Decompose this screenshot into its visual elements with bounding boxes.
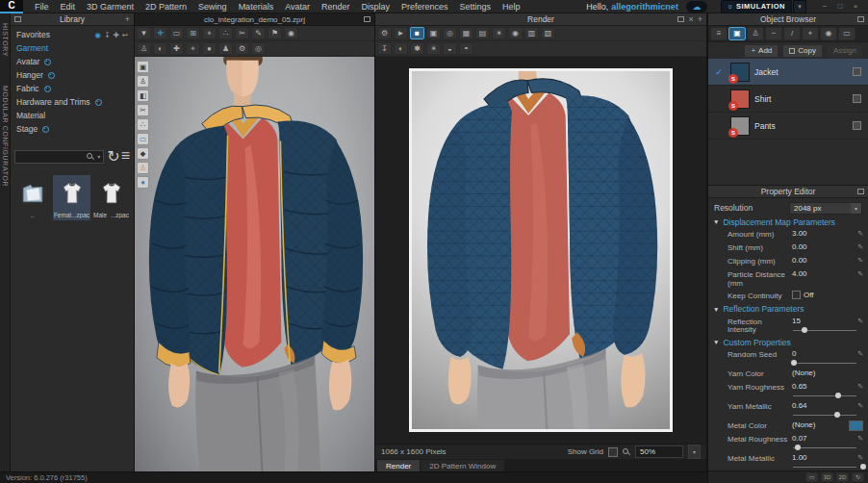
property-slider[interactable] — [792, 393, 863, 399]
library-item[interactable]: Hardware and Trims — [11, 95, 134, 109]
popout-icon[interactable] — [857, 189, 864, 194]
list-view-icon[interactable]: ≡ — [121, 147, 130, 165]
edit-expression-icon[interactable]: ✎ — [857, 318, 863, 325]
new-tab-icon[interactable]: + — [698, 14, 702, 24]
save-image-icon[interactable]: ↧ — [377, 42, 392, 55]
show-avatar-skin-icon[interactable]: ♙ — [137, 162, 149, 174]
trim-tab-icon[interactable]: ⌖ — [802, 27, 819, 40]
softbox-light-icon[interactable]: ◒ — [443, 42, 457, 55]
close-icon[interactable]: × — [688, 14, 693, 24]
layout-single-icon[interactable]: ▭ — [805, 472, 818, 482]
property-slider[interactable] — [792, 445, 863, 451]
render-queue-icon[interactable]: ▧ — [541, 27, 555, 39]
library-add-icon[interactable]: + — [125, 14, 130, 24]
library-item[interactable]: Fabric — [11, 82, 134, 95]
popout-icon[interactable] — [677, 16, 684, 22]
object-render-toggle-icon[interactable] — [853, 67, 861, 76]
download-icon[interactable]: ↧ — [104, 31, 110, 39]
transform-pattern-icon[interactable]: ⊞ — [186, 27, 200, 39]
menu-item[interactable]: Display — [356, 2, 396, 12]
property-value[interactable]: Off — [804, 291, 814, 300]
layout-3d-icon[interactable]: 3D — [821, 472, 833, 482]
image-property-icon[interactable]: ▤ — [475, 27, 490, 39]
video-capture-icon[interactable]: ▦ — [459, 27, 473, 39]
joint-icon[interactable]: ⚙ — [235, 42, 249, 55]
property-slider[interactable] — [792, 327, 863, 334]
side-rail-tab[interactable]: MODULAR CONFIGURATOR — [2, 86, 9, 187]
show-pin-icon[interactable]: ∴ — [137, 118, 149, 131]
simulation-button[interactable]: » SIMULATION — [721, 0, 792, 13]
property-section-header[interactable]: ▼ Displacement Map Parameters — [708, 216, 868, 228]
menu-item[interactable]: Render — [316, 2, 356, 12]
snapshot-icon[interactable]: ◎ — [443, 27, 457, 39]
undo-icon[interactable]: ↩ — [122, 31, 128, 39]
search-filter-dropdown-icon[interactable]: ▾ — [97, 153, 100, 160]
garment-tab-icon[interactable]: ▣ — [728, 27, 746, 40]
menu-item[interactable]: 3D Garment — [81, 2, 140, 12]
library-item[interactable]: Favorites ◉ ↧ ✚ ↩ — [11, 28, 134, 41]
property-value[interactable]: 0 — [792, 349, 796, 359]
close-button[interactable]: × — [851, 2, 860, 11]
search-input[interactable]: ▾ — [14, 150, 104, 164]
restore-button[interactable]: □ — [835, 2, 845, 11]
property-value[interactable]: (None) — [792, 369, 815, 378]
library-file[interactable]: Male_...zpac — [92, 175, 130, 220]
light-property-icon[interactable]: ☀ — [492, 27, 506, 39]
project-tab[interactable]: clo_integration_demo_05.zprj — [135, 13, 374, 26]
library-item[interactable]: Stage — [11, 122, 134, 136]
zoom-dropdown-icon[interactable]: ▾ — [688, 445, 701, 459]
render-style-icon[interactable]: ▣ — [137, 61, 149, 73]
avatar-skin-icon[interactable]: ◐ — [153, 42, 167, 55]
edit-expression-icon[interactable]: ✎ — [857, 402, 863, 410]
slider-thumb[interactable] — [835, 393, 841, 398]
object-browser-button[interactable]: + Assign — [827, 44, 863, 58]
library-item[interactable]: Avatar — [11, 55, 134, 68]
video-property-icon[interactable]: ▥ — [524, 27, 539, 39]
username-link[interactable]: allegorithmicnet — [611, 2, 678, 12]
object-row[interactable]: ✓ S Jacket — [708, 59, 868, 86]
spotlight-icon[interactable]: ✱ — [410, 42, 424, 55]
edit-expression-icon[interactable]: ✎ — [857, 243, 863, 251]
edit-expression-icon[interactable]: ✎ — [857, 454, 863, 462]
object-row[interactable]: ✓ S Pants — [708, 113, 868, 140]
property-slider[interactable] — [792, 412, 863, 419]
checkbox[interactable] — [792, 291, 801, 299]
scene-list-tab-icon[interactable]: ≡ — [710, 27, 728, 40]
show-grid-checkbox[interactable] — [608, 447, 618, 457]
edit-sewing-icon[interactable]: ✎ — [251, 27, 266, 39]
interactive-render-icon[interactable]: ■ — [410, 27, 424, 39]
edit-expression-icon[interactable]: ✎ — [857, 435, 863, 443]
final-render-icon[interactable]: ► — [394, 27, 408, 39]
camera-property-icon[interactable]: ◉ — [508, 27, 523, 39]
property-value[interactable]: 0.00 — [792, 256, 807, 266]
edit-expression-icon[interactable]: ✎ — [857, 383, 863, 391]
render-image-icon[interactable]: ▣ — [426, 27, 441, 39]
property-value[interactable]: 0.64 — [792, 401, 807, 411]
object-render-toggle-icon[interactable] — [853, 121, 861, 130]
show-seam-icon[interactable]: ✂ — [137, 104, 149, 116]
show-trim-icon[interactable]: ◆ — [137, 147, 149, 160]
property-value[interactable]: 15 — [792, 317, 801, 326]
slider-thumb[interactable] — [834, 412, 840, 418]
flatten-icon[interactable]: ⚑ — [268, 27, 282, 39]
object-browser-button[interactable]: + Copy — [782, 44, 823, 58]
show-garment-icon[interactable]: ♙ — [137, 75, 149, 88]
edit-pin-icon[interactable]: ⌖ — [202, 27, 217, 39]
select-move-icon[interactable]: ✛ — [153, 27, 167, 39]
menu-item[interactable]: Avatar — [279, 2, 316, 12]
popout-icon[interactable] — [857, 16, 864, 22]
sync-icon[interactable]: ◉ — [95, 31, 102, 39]
hanger-tab-icon[interactable]: − — [765, 27, 782, 40]
property-value[interactable]: 0.07 — [792, 434, 807, 444]
property-section-header[interactable]: ▼ Reflection Parameters — [708, 303, 868, 316]
menu-item[interactable]: Help — [497, 2, 526, 12]
select-box-icon[interactable]: ▭ — [169, 27, 184, 39]
garment-texture-icon[interactable]: ◧ — [137, 89, 149, 102]
slider-thumb[interactable] — [795, 445, 801, 450]
edit-expression-icon[interactable]: ✎ — [857, 257, 863, 265]
library-item[interactable]: Garment — [11, 41, 134, 55]
simulate-icon[interactable]: ▼ — [137, 27, 151, 39]
steam-brush-icon[interactable]: ◉ — [284, 27, 298, 39]
sewing-icon[interactable]: ✂ — [235, 27, 249, 39]
zoom-level-field[interactable]: 50% — [635, 445, 683, 458]
